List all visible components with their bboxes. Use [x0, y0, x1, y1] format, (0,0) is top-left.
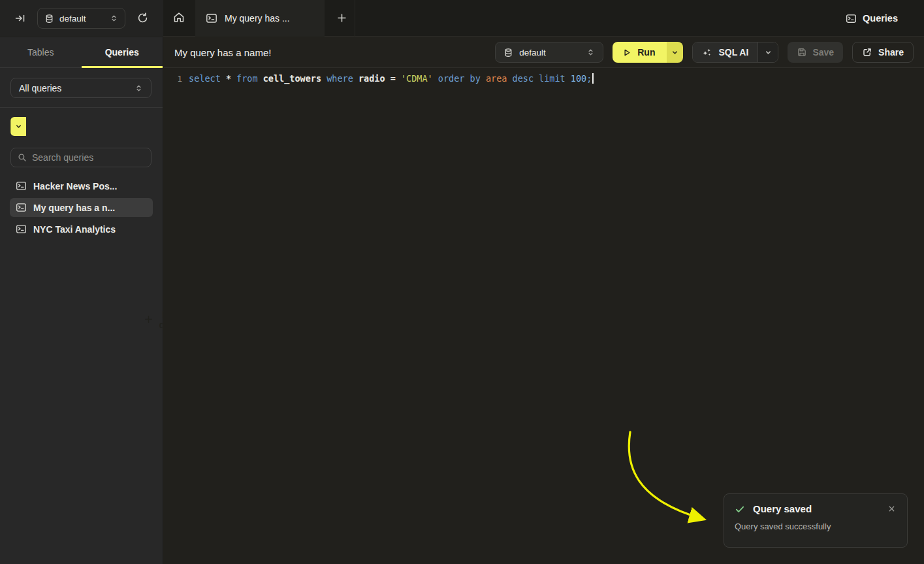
new-tab-button[interactable] — [336, 12, 347, 24]
sql-token: = — [390, 73, 396, 84]
toolbar-controls: default Run — [495, 42, 914, 63]
top-bar: default My query has .. — [0, 0, 924, 37]
queries-indicator: Queries — [846, 0, 898, 37]
terminal-icon — [16, 224, 27, 235]
run-label: Run — [637, 47, 655, 58]
topbar-database-value: default — [59, 14, 104, 24]
save-label: Save — [812, 47, 834, 58]
chevron-down-icon — [765, 49, 772, 56]
sql-ai-split-button: SQL AI — [692, 42, 778, 63]
sql-token: * — [226, 73, 231, 84]
sql-token: 'CDMA' — [401, 73, 433, 84]
app-window: default My query has .. — [0, 0, 924, 564]
sql-token: cell_towers — [263, 73, 321, 84]
terminal-icon — [16, 202, 27, 213]
collapse-sidebar-icon — [14, 12, 26, 24]
chevron-down-icon — [671, 49, 678, 56]
query-list: Hacker News Pos... My query has a n... N… — [0, 175, 163, 242]
refresh-button[interactable] — [136, 12, 149, 25]
run-options-button[interactable] — [667, 42, 683, 63]
share-button[interactable]: Share — [852, 42, 914, 63]
sidebar-tab-tables[interactable]: Tables — [0, 37, 82, 67]
sql-token: limit — [539, 73, 566, 84]
toast-message: Query saved successfully — [735, 522, 897, 531]
sql-token: select — [189, 73, 221, 84]
sql-editor[interactable]: 1 select*fromcell_towerswhereradio='CDMA… — [164, 69, 924, 88]
toast-query-saved: Query saved Query saved successfully — [724, 493, 908, 548]
sql-token: order — [438, 73, 465, 84]
sql-token: area — [486, 73, 507, 84]
chevron-down-icon — [15, 123, 22, 130]
line-number: 1 — [164, 74, 182, 84]
sql-code-line: select*fromcell_towerswhereradio='CDMA'o… — [189, 73, 594, 84]
query-filter-row: All queries — [0, 68, 163, 108]
toolbar-database-value: default — [519, 48, 581, 58]
new-query-dropdown-button[interactable] — [10, 117, 26, 136]
sql-token: from — [236, 73, 258, 84]
sidebar-tab-queries[interactable]: Queries — [82, 37, 163, 67]
text-cursor — [592, 73, 594, 84]
sql-ai-options-button[interactable] — [757, 42, 778, 62]
query-list-item[interactable]: Hacker News Pos... — [10, 176, 153, 195]
sql-ai-button[interactable]: SQL AI — [693, 42, 757, 62]
topbar-database-selector[interactable]: default — [37, 8, 125, 29]
run-button[interactable]: Run — [613, 42, 667, 63]
updown-icon — [586, 48, 595, 57]
search-icon — [18, 153, 27, 162]
save-button[interactable]: Save — [788, 42, 843, 63]
top-bar-left: default — [0, 0, 163, 37]
query-list-item-selected[interactable]: My query has a n... — [10, 198, 153, 217]
query-filter-value: All queries — [19, 83, 135, 93]
share-icon — [862, 47, 872, 58]
run-split-button: Run — [613, 42, 683, 63]
new-query-row: New query — [0, 108, 163, 136]
query-item-label: Hacker News Pos... — [33, 181, 117, 191]
terminal-icon — [206, 12, 217, 24]
collapse-sidebar-button[interactable] — [14, 12, 26, 24]
plus-icon — [336, 12, 347, 24]
toolbar-database-selector[interactable]: default — [495, 42, 603, 63]
sql-token: ; — [586, 73, 592, 84]
search-queries-input[interactable] — [32, 152, 144, 163]
refresh-icon — [136, 12, 149, 24]
tab-separator — [355, 0, 355, 37]
toast-header: Query saved — [735, 503, 897, 514]
tab-strip: My query has ... Queries — [163, 0, 924, 37]
tab-my-query[interactable]: My query has ... — [195, 0, 325, 37]
toast-close-button[interactable] — [886, 504, 897, 514]
terminal-icon — [16, 180, 27, 191]
home-icon — [172, 11, 185, 24]
updown-icon — [135, 84, 143, 93]
sidebar: Tables Queries All queries New query — [0, 37, 163, 564]
query-filter-select[interactable]: All queries — [10, 78, 151, 98]
query-item-label: My query has a n... — [33, 203, 115, 213]
sidebar-tab-tables-label: Tables — [27, 47, 54, 58]
main-panel: My query has a name! default — [164, 37, 924, 564]
sidebar-tab-queries-label: Queries — [105, 47, 139, 58]
share-label: Share — [878, 47, 904, 58]
new-query-split-button: New query — [10, 117, 151, 136]
query-title: My query has a name! — [174, 47, 271, 58]
database-icon — [503, 48, 513, 58]
home-button[interactable] — [172, 11, 186, 25]
save-icon — [797, 47, 807, 58]
tab-label: My query has ... — [225, 13, 290, 24]
sql-ai-label: SQL AI — [718, 47, 748, 58]
search-row — [0, 136, 163, 175]
database-icon — [44, 14, 54, 24]
close-icon — [888, 505, 895, 512]
search-box — [10, 148, 151, 167]
sql-token: desc — [513, 73, 534, 84]
updown-icon — [110, 14, 118, 23]
terminal-icon — [846, 13, 857, 24]
sidebar-tabs: Tables Queries — [0, 37, 163, 68]
check-icon — [735, 504, 745, 514]
sql-token: by — [470, 73, 481, 84]
toast-title: Query saved — [753, 503, 878, 514]
query-item-label: NYC Taxi Analytics — [33, 224, 116, 235]
query-list-item[interactable]: NYC Taxi Analytics — [10, 220, 153, 239]
annotation-arrow — [164, 37, 924, 564]
query-toolbar: My query has a name! default — [164, 37, 924, 68]
sql-token: where — [327, 73, 353, 84]
queries-indicator-label: Queries — [863, 13, 898, 24]
